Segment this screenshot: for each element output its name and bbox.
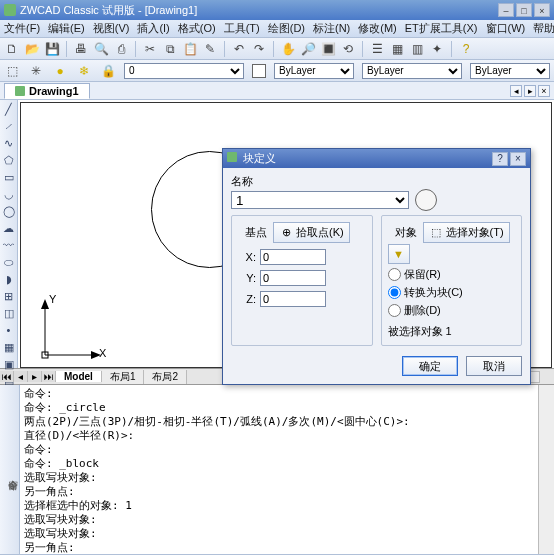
pan-icon[interactable]: ✋ <box>280 41 296 57</box>
close-button[interactable]: × <box>534 3 550 17</box>
tab-layout1[interactable]: 布局1 <box>102 370 145 384</box>
command-scrollbar[interactable] <box>538 385 554 554</box>
tab-last-button[interactable]: ⏭ <box>42 371 56 382</box>
pick-point-button[interactable]: ⊕ 拾取点(K) <box>273 222 350 243</box>
menu-window[interactable]: 窗口(W) <box>486 21 526 36</box>
tab-prev-button[interactable]: ◂ <box>510 85 522 97</box>
zoom-prev-icon[interactable]: ⟲ <box>340 41 356 57</box>
xline-icon[interactable]: ⟋ <box>2 119 16 133</box>
menu-edit[interactable]: 编辑(E) <box>48 21 85 36</box>
region-icon[interactable]: ▣ <box>2 357 16 371</box>
quick-select-button[interactable]: ▼ <box>388 244 410 264</box>
spline-icon[interactable]: 〰 <box>2 238 16 252</box>
help-icon[interactable]: ? <box>458 41 474 57</box>
open-icon[interactable]: 📂 <box>24 41 40 57</box>
tab-next-button[interactable]: ▸ <box>524 85 536 97</box>
arc-icon[interactable]: ◡ <box>2 187 16 201</box>
ucs-y-label: Y <box>49 293 56 305</box>
block-preview <box>415 189 437 211</box>
hatch-icon[interactable]: ▦ <box>2 340 16 354</box>
block-name-combo[interactable]: 1 <box>231 191 409 209</box>
layer-manager-icon[interactable]: ⬚ <box>4 63 20 79</box>
command-log[interactable]: 命令: 命令: _circle 两点(2P)/三点(3P)/相切-相切-半径(T… <box>20 385 538 554</box>
zoom-rt-icon[interactable]: 🔎 <box>300 41 316 57</box>
color-combo[interactable]: ByLayer <box>274 63 354 79</box>
document-tab[interactable]: Drawing1 <box>4 83 90 99</box>
revcloud-icon[interactable]: ☁ <box>2 221 16 235</box>
doc-icon <box>15 86 25 96</box>
calc-icon[interactable]: ✦ <box>429 41 445 57</box>
point-icon[interactable]: • <box>2 323 16 337</box>
ellipse-icon[interactable]: ⬭ <box>2 255 16 269</box>
color-swatch[interactable] <box>252 64 266 78</box>
x-input[interactable] <box>260 249 326 265</box>
line-icon[interactable]: ╱ <box>2 102 16 116</box>
y-input[interactable] <box>260 270 326 286</box>
polygon-icon[interactable]: ⬠ <box>2 153 16 167</box>
layer-states-icon[interactable]: ✳ <box>28 63 44 79</box>
tab-prev-button[interactable]: ◂ <box>14 371 28 382</box>
match-icon[interactable]: ✎ <box>202 41 218 57</box>
cancel-button[interactable]: 取消 <box>466 356 522 376</box>
publish-icon[interactable]: ⎙ <box>113 41 129 57</box>
zoom-win-icon[interactable]: 🔳 <box>320 41 336 57</box>
menu-et[interactable]: ET扩展工具(X) <box>405 21 478 36</box>
design-center-icon[interactable]: ▦ <box>389 41 405 57</box>
lineweight-combo[interactable]: ByLayer <box>470 63 550 79</box>
paste-icon[interactable]: 📋 <box>182 41 198 57</box>
menu-format[interactable]: 格式(O) <box>178 21 216 36</box>
layer-bulb-icon[interactable]: ● <box>52 63 68 79</box>
circle-icon[interactable]: ◯ <box>2 204 16 218</box>
polyline-icon[interactable]: ∿ <box>2 136 16 150</box>
preview-icon[interactable]: 🔍 <box>93 41 109 57</box>
dialog-help-button[interactable]: ? <box>492 152 508 166</box>
maximize-button[interactable]: □ <box>516 3 532 17</box>
z-input[interactable] <box>260 291 326 307</box>
menu-tools[interactable]: 工具(T) <box>224 21 260 36</box>
linetype-combo[interactable]: ByLayer <box>362 63 462 79</box>
new-icon[interactable]: 🗋 <box>4 41 20 57</box>
minimize-button[interactable]: – <box>498 3 514 17</box>
retain-radio[interactable] <box>388 268 401 281</box>
redo-icon[interactable]: ↷ <box>251 41 267 57</box>
tab-close-button[interactable]: × <box>538 85 550 97</box>
menu-insert[interactable]: 插入(I) <box>137 21 169 36</box>
layer-combo[interactable]: 0 <box>124 63 244 79</box>
tab-first-button[interactable]: ⏮ <box>0 371 14 382</box>
retain-label: 保留(R) <box>404 267 441 282</box>
standard-toolbar: 🗋 📂 💾 🖶 🔍 ⎙ ✂ ⧉ 📋 ✎ ↶ ↷ ✋ 🔎 🔳 ⟲ ☰ ▦ ▥ ✦ … <box>0 38 554 60</box>
insert-block-icon[interactable]: ⊞ <box>2 289 16 303</box>
menu-dim[interactable]: 标注(N) <box>313 21 350 36</box>
menu-file[interactable]: 文件(F) <box>4 21 40 36</box>
delete-radio[interactable] <box>388 304 401 317</box>
menu-help[interactable]: 帮助(H) <box>533 21 554 36</box>
print-icon[interactable]: 🖶 <box>73 41 89 57</box>
tab-next-button[interactable]: ▸ <box>28 371 42 382</box>
cut-icon[interactable]: ✂ <box>142 41 158 57</box>
tab-layout2[interactable]: 布局2 <box>144 370 187 384</box>
layer-freeze-icon[interactable]: ❄ <box>76 63 92 79</box>
save-icon[interactable]: 💾 <box>44 41 60 57</box>
tool-palettes-icon[interactable]: ▥ <box>409 41 425 57</box>
undo-icon[interactable]: ↶ <box>231 41 247 57</box>
ellipse-arc-icon[interactable]: ◗ <box>2 272 16 286</box>
tab-model[interactable]: Model <box>56 371 102 382</box>
document-tab-bar: Drawing1 ◂ ▸ × <box>0 82 554 100</box>
menu-draw[interactable]: 绘图(D) <box>268 21 305 36</box>
separator <box>66 41 67 57</box>
make-block-icon[interactable]: ◫ <box>2 306 16 320</box>
rectangle-icon[interactable]: ▭ <box>2 170 16 184</box>
layer-lock-icon[interactable]: 🔒 <box>100 63 116 79</box>
convert-radio[interactable] <box>388 286 401 299</box>
menu-modify[interactable]: 修改(M) <box>358 21 397 36</box>
y-label: Y: <box>238 272 256 284</box>
menu-view[interactable]: 视图(V) <box>93 21 130 36</box>
ok-button[interactable]: 确定 <box>402 356 458 376</box>
dialog-title: 块定义 <box>243 152 276 164</box>
dialog-title-bar[interactable]: 块定义 ? × <box>223 149 530 168</box>
dialog-close-button[interactable]: × <box>510 152 526 166</box>
props-icon[interactable]: ☰ <box>369 41 385 57</box>
copy-icon[interactable]: ⧉ <box>162 41 178 57</box>
select-objects-button[interactable]: ⬚ 选择对象(T) <box>423 222 510 243</box>
ucs-x-label: X <box>99 347 106 359</box>
